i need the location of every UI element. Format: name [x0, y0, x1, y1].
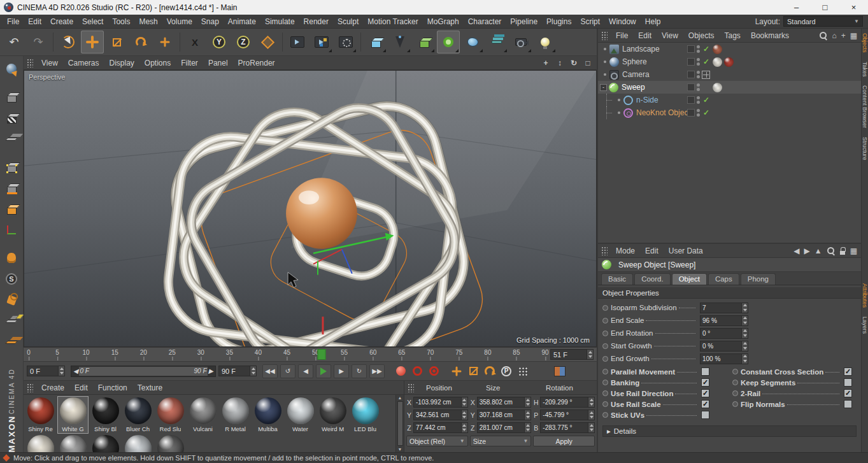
camera-target-icon[interactable]	[702, 71, 710, 79]
stepper[interactable]	[742, 341, 748, 352]
object-row-n-side[interactable]: n-Side ✓	[598, 94, 861, 106]
position-x-field[interactable]: -103.992 cm	[413, 397, 462, 408]
x-axis-button[interactable]: X	[183, 31, 206, 53]
visibility-dots[interactable]	[697, 58, 700, 66]
move-tool-button[interactable]	[81, 31, 104, 53]
animation-dot[interactable]	[602, 331, 608, 336]
enabled-check-icon[interactable]: ✓	[702, 96, 711, 104]
vp-menu-panel[interactable]: Panel	[203, 59, 233, 68]
keep-segments-checkbox[interactable]	[844, 378, 852, 387]
stepper[interactable]	[588, 422, 595, 433]
menu-volume[interactable]: Volume	[162, 15, 197, 28]
stepper[interactable]	[525, 422, 531, 433]
om-menu-bookmarks[interactable]: Bookmarks	[746, 31, 794, 40]
coord-mode-select[interactable]: Object (Rel)▼	[406, 436, 468, 446]
undo-button[interactable]: ↶	[3, 31, 25, 53]
key-pla-button[interactable]	[516, 364, 530, 378]
timeline-ruler[interactable]: 0 5 10 15 20 25 30 35 40 45 50 55	[24, 347, 597, 361]
size-x-field[interactable]: 358.802 cm	[477, 397, 525, 408]
material-item[interactable]: R Metal	[220, 396, 251, 434]
material-item[interactable]: Weird M	[317, 396, 348, 434]
workplane-layer-button[interactable]	[2, 332, 21, 352]
menu-help[interactable]: Help	[641, 15, 665, 28]
pan-view-icon[interactable]: +	[540, 57, 551, 69]
material-item[interactable]: Vulcani	[187, 396, 218, 434]
panel-grip[interactable]	[27, 383, 33, 392]
animation-dot[interactable]	[602, 412, 608, 418]
enabled-check-icon[interactable]: ✓	[702, 45, 711, 53]
rotation-b-field[interactable]: -283.775 °	[540, 422, 588, 433]
layer-toggle[interactable]	[687, 109, 695, 117]
object-name[interactable]: Sphere	[622, 57, 647, 66]
viewport-3d[interactable]: Perspective Grid Spacing : 1000 cm	[24, 70, 597, 347]
scrollbar-thumb[interactable]	[397, 401, 403, 446]
two-rail-checkbox[interactable]: ✓	[844, 389, 852, 397]
object-row-landscape[interactable]: Landscape ✓	[598, 43, 861, 55]
material-item[interactable]	[122, 434, 153, 452]
hand-tool-button[interactable]	[2, 248, 21, 267]
menu-select[interactable]: Select	[78, 15, 108, 28]
mat-menu-edit[interactable]: Edit	[69, 383, 93, 392]
edges-mode-button[interactable]	[2, 178, 21, 197]
spline-pen-button[interactable]	[388, 31, 411, 53]
animation-dot[interactable]	[602, 305, 608, 311]
loop-button[interactable]: ↻	[352, 364, 367, 378]
menu-plugins[interactable]: Plugins	[542, 15, 576, 28]
material-item[interactable]	[57, 434, 89, 452]
scene-light-button[interactable]	[534, 31, 557, 53]
enabled-check-icon[interactable]: ✓	[702, 57, 711, 66]
subdivision-surface-button[interactable]	[413, 31, 436, 53]
polygons-mode-button[interactable]	[2, 199, 21, 218]
visibility-dots[interactable]	[697, 71, 700, 78]
object-row-camera[interactable]: Camera	[598, 68, 861, 81]
tab-takes[interactable]: Takes	[862, 57, 868, 82]
menu-character[interactable]: Character	[464, 15, 506, 28]
texture-tag-icon[interactable]	[713, 57, 722, 67]
panel-grip[interactable]	[601, 246, 608, 255]
am-menu-mode[interactable]: Mode	[611, 246, 640, 255]
material-item[interactable]	[90, 434, 121, 452]
layer-toggle[interactable]	[687, 96, 695, 104]
om-menu-view[interactable]: View	[657, 31, 683, 40]
last-tool-button[interactable]	[153, 31, 176, 53]
tab-attributes[interactable]: Attributes	[862, 279, 868, 312]
animation-dot[interactable]	[602, 369, 608, 374]
menu-script[interactable]: Script	[576, 15, 604, 28]
menu-motion-tracker[interactable]: Motion Tracker	[363, 15, 422, 28]
am-menu-user-data[interactable]: User Data	[664, 246, 708, 255]
menu-pipeline[interactable]: Pipeline	[506, 15, 542, 28]
animation-dot[interactable]	[602, 318, 608, 324]
stepper[interactable]	[588, 410, 595, 420]
animation-dot[interactable]	[602, 390, 608, 396]
record-button[interactable]	[394, 364, 408, 378]
stepper[interactable]	[742, 328, 748, 339]
panel-grip[interactable]	[408, 383, 414, 392]
mat-menu-create[interactable]: Create	[36, 383, 69, 392]
material-item[interactable]	[25, 434, 56, 452]
vp-menu-cameras[interactable]: Cameras	[63, 59, 104, 68]
size-mode-select[interactable]: Size▼	[470, 436, 532, 446]
stepper[interactable]	[462, 422, 468, 433]
tab-caps[interactable]: Caps	[708, 273, 739, 285]
menu-render[interactable]: Render	[299, 15, 333, 28]
tab-structure[interactable]: Structure	[862, 132, 868, 165]
animation-dot[interactable]	[602, 343, 608, 349]
tab-content-browser[interactable]: Content Browser	[862, 81, 868, 132]
animation-dot[interactable]	[732, 390, 738, 396]
parent-icon[interactable]: ▲	[815, 247, 822, 255]
preview-range-slider[interactable]: ◀ 0 F 90 F ▶	[71, 366, 216, 377]
material-item-selected[interactable]: White G	[57, 396, 89, 434]
range-right-arrow-icon[interactable]: ▶	[208, 367, 213, 374]
am-menu-edit[interactable]: Edit	[640, 246, 664, 255]
panel-grip[interactable]	[601, 31, 608, 40]
minimize-button[interactable]: –	[782, 0, 811, 15]
material-item[interactable]: Bluer Ch	[122, 396, 153, 434]
frame-stepper[interactable]	[587, 349, 594, 360]
object-row-sphere[interactable]: Sphere ✓	[598, 55, 861, 68]
layer-toggle[interactable]	[687, 83, 695, 91]
keyframe-panel-button[interactable]	[553, 364, 567, 378]
animation-dot[interactable]	[732, 401, 738, 407]
position-z-field[interactable]: 77.442 cm	[413, 422, 462, 433]
visibility-dots[interactable]	[697, 83, 700, 91]
animation-dot[interactable]	[602, 380, 608, 385]
